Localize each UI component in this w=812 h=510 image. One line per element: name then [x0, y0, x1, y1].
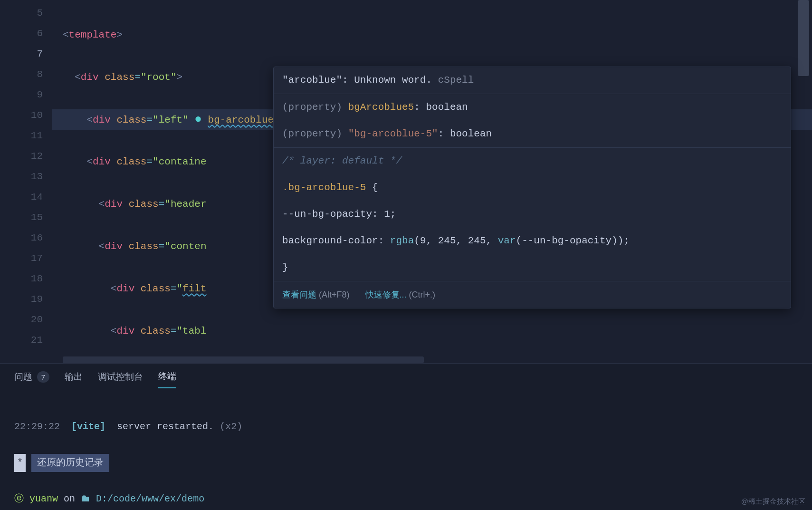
prompt-on: on	[64, 493, 75, 504]
prompt-user: yuanw	[29, 493, 58, 504]
line-number: 6	[0, 23, 52, 44]
line-number: 11	[0, 125, 52, 146]
quick-fix-link[interactable]: 快速修复... (Ctrl+.)	[365, 290, 436, 299]
history-label: 还原的历史记录	[31, 454, 109, 472]
tooltip-css: }	[274, 254, 791, 281]
editor-area[interactable]: 5 6 7 8 9 10 11 12 13 14 15 16 17 18 19 …	[0, 0, 812, 363]
bottom-panel: 问题7 输出 调试控制台 终端 22:29:22 [vite] server r…	[0, 363, 812, 510]
view-problem-link[interactable]: 查看问题 (Alt+F8)	[282, 290, 350, 299]
tag-div: div	[81, 72, 99, 83]
panel-tabs: 问题7 输出 调试控制台 终端	[0, 364, 812, 388]
tab-debug-console[interactable]: 调试控制台	[98, 371, 143, 388]
hover-tooltip[interactable]: "arcoblue": Unknown word. cSpell (proper…	[273, 67, 791, 308]
tag-template: template	[69, 29, 117, 40]
tab-problems[interactable]: 问题7	[14, 371, 49, 388]
line-number: 10	[0, 105, 52, 125]
repeat-count: (x2)	[220, 421, 242, 432]
line-number: 20	[0, 309, 52, 330]
problems-badge: 7	[37, 371, 49, 383]
folder-icon: 🖿	[81, 493, 90, 504]
line-number: 16	[0, 228, 52, 248]
attr-class: class	[105, 72, 134, 83]
line-number: 7	[0, 44, 52, 64]
terminal-time: 22:29:22	[14, 421, 60, 432]
tooltip-actions: 查看问题 (Alt+F8) 快速修复... (Ctrl+.)	[274, 281, 791, 308]
tab-terminal[interactable]: 终端	[158, 370, 176, 388]
tag-div: div	[93, 115, 111, 125]
server-message: server restarted.	[117, 421, 214, 432]
line-number: 18	[0, 269, 52, 289]
scrollbar-thumb[interactable]	[798, 0, 809, 76]
tooltip-css: .bg-arcoblue-5 {	[274, 174, 791, 201]
line-number: 15	[0, 207, 52, 228]
gutter: 5 6 7 8 9 10 11 12 13 14 15 16 17 18 19 …	[0, 0, 52, 363]
tooltip-property: (property) "bg-arcoblue-5": boolean	[274, 121, 791, 147]
user-icon: ⓔ	[14, 493, 24, 504]
vite-tag: [vite]	[71, 421, 105, 432]
tooltip-css: background-color: rgba(9, 245, 245, var(…	[274, 228, 791, 254]
line-number: 17	[0, 248, 52, 269]
tooltip-css: /* layer: default */	[274, 148, 791, 174]
tooltip-css: --un-bg-opacity: 1;	[274, 201, 791, 228]
line-number: 12	[0, 146, 52, 166]
line-number: 5	[0, 3, 52, 23]
prompt-path: D:/code/www/ex/demo	[96, 493, 204, 504]
line-number: 19	[0, 289, 52, 309]
line-number: 21	[0, 330, 52, 350]
history-star: *	[14, 454, 26, 472]
color-swatch-icon: ●	[194, 112, 202, 126]
horizontal-scrollbar[interactable]	[63, 356, 424, 363]
vertical-scrollbar[interactable]	[798, 0, 809, 355]
line-number: 14	[0, 187, 52, 207]
attr-class: class	[116, 115, 146, 125]
line-number: 8	[0, 64, 52, 85]
tooltip-diagnostic: "arcoblue": Unknown word. cSpell	[274, 67, 791, 94]
tab-output[interactable]: 输出	[65, 371, 83, 388]
line-number: 9	[0, 85, 52, 105]
terminal-content[interactable]: 22:29:22 [vite] server restarted. (x2) *…	[0, 388, 812, 510]
tooltip-property: (property) bgArcoblue5: boolean	[274, 94, 791, 121]
watermark: @稀土掘金技术社区	[741, 497, 805, 506]
line-number: 13	[0, 166, 52, 187]
